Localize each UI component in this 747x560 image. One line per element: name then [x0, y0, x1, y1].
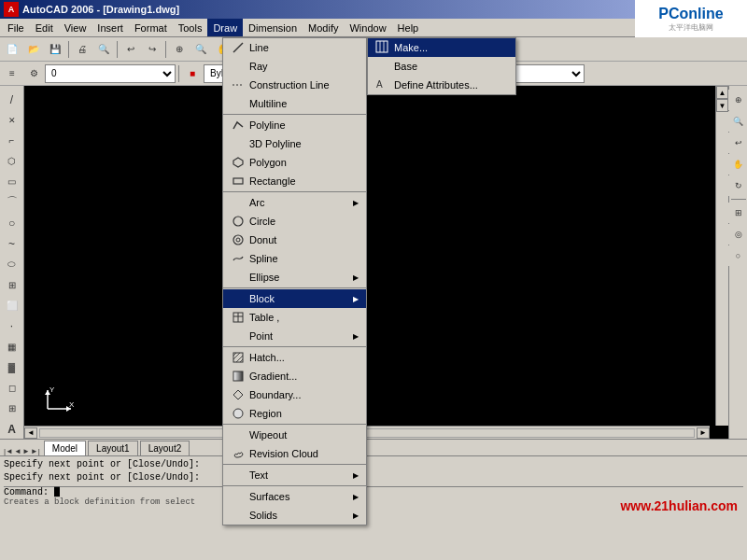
menu-modify[interactable]: Modify — [303, 19, 344, 36]
scroll-up-btn[interactable]: ▲ — [716, 86, 728, 99]
draw-menu-rectangle[interactable]: Rectangle — [223, 172, 366, 190]
orbit-btn[interactable]: ↻ — [728, 175, 748, 196]
save-button[interactable]: 💾 — [45, 39, 65, 60]
spline-tool[interactable]: ~ — [2, 233, 22, 253]
layer-state-btn[interactable]: ⚙ — [23, 63, 44, 84]
draw-menu-donut[interactable]: Donut — [223, 231, 366, 249]
scroll-left-btn[interactable]: ◄ — [24, 427, 37, 439]
scroll-down-btn[interactable]: ▼ — [716, 99, 728, 112]
draw-menu-surfaces[interactable]: Surfaces ▶ — [223, 487, 366, 506]
draw-menu-circle[interactable]: Circle — [223, 212, 366, 231]
draw-menu-solids[interactable]: Solids ▶ — [223, 506, 366, 525]
draw-menu-ellipse[interactable]: Ellipse ▶ — [223, 268, 366, 287]
draw-menu-multiline[interactable]: Multiline — [223, 94, 366, 113]
menu-dimension[interactable]: Dimension — [243, 19, 303, 36]
polyline-tool[interactable]: ⌐ — [2, 131, 22, 150]
draw-menu-polyline[interactable]: Polyline — [223, 116, 366, 134]
draw-menu-boundary[interactable]: Boundary... — [223, 385, 366, 404]
rectangle-tool[interactable]: ▭ — [2, 172, 22, 191]
draw-menu-table[interactable]: Table , — [223, 308, 366, 327]
ellipse-tool[interactable]: ⬭ — [2, 255, 22, 274]
draw-menu-hatch[interactable]: Hatch... — [223, 348, 366, 367]
arc-tool[interactable]: ⌒ — [2, 192, 22, 212]
gradient-icon — [231, 369, 246, 384]
svg-line-19 — [236, 356, 243, 362]
ellipse-arrow-icon: ▶ — [353, 273, 359, 282]
tab-layout1[interactable]: Layout1 — [88, 441, 138, 455]
ray-icon — [231, 59, 246, 74]
table-tool[interactable]: ⊞ — [2, 399, 22, 418]
layer-manager-btn[interactable]: ≡ — [2, 63, 22, 84]
snap-btn[interactable]: ◎ — [728, 224, 748, 245]
tab-last-btn[interactable]: ►| — [31, 447, 40, 455]
tab-bar[interactable]: |◄ ◄ ► ►| Model Layout1 Layout2 — [0, 439, 747, 455]
draw-menu-text[interactable]: Text ▶ — [223, 466, 366, 484]
block-icon — [231, 291, 246, 306]
menu-view[interactable]: View — [59, 19, 92, 36]
make-block-tool[interactable]: ⬜ — [2, 296, 22, 315]
draw-menu-arc[interactable]: Arc ▶ — [223, 193, 366, 212]
ellipse-icon — [231, 270, 246, 285]
horizontal-scrollbar[interactable]: ◄ ► — [24, 426, 710, 439]
draw-menu-ray[interactable]: Ray — [223, 57, 366, 76]
circle-tool[interactable]: ○ — [2, 213, 22, 232]
menu-draw[interactable]: Draw — [207, 19, 243, 36]
block-base-btn[interactable]: Base — [368, 57, 515, 76]
tab-first-btn[interactable]: |◄ — [4, 447, 13, 455]
zoom-realtime-btn[interactable]: ⊕ — [728, 90, 748, 110]
menu-insert[interactable]: Insert — [92, 19, 129, 36]
pan-realtime-btn[interactable]: ✋ — [728, 154, 748, 175]
new-button[interactable]: 📄 — [2, 39, 22, 60]
zoom-previous-btn[interactable]: ↩ — [728, 133, 748, 153]
open-button[interactable]: 📂 — [23, 39, 44, 60]
block-make-btn[interactable]: Make... — [368, 38, 515, 57]
point-tool[interactable]: · — [2, 316, 22, 336]
canvas-area[interactable]: X Y ◄ ► ▲ ▼ — [24, 86, 728, 439]
draw-menu-polygon[interactable]: Polygon — [223, 153, 366, 172]
draw-menu-block[interactable]: Block ▶ — [223, 289, 366, 308]
draw-menu-spline[interactable]: Spline — [223, 249, 366, 268]
zoom-realtime[interactable]: ⊕ — [169, 39, 190, 60]
redo-button[interactable]: ↪ — [142, 39, 162, 60]
block-define-attrs-btn[interactable]: A Define Attributes... — [368, 76, 515, 94]
menu-file[interactable]: File — [2, 19, 30, 36]
gradient-tool[interactable]: ▓ — [2, 357, 22, 377]
tab-model[interactable]: Model — [44, 441, 86, 455]
line-tool[interactable]: / — [2, 90, 22, 109]
insert-block-tool[interactable]: ⊞ — [2, 275, 22, 295]
tab-prev-btn[interactable]: ◄ — [14, 447, 21, 455]
zoom-window-btn[interactable]: 🔍 — [728, 111, 748, 132]
text-tool[interactable]: A — [2, 419, 22, 439]
scroll-right-btn[interactable]: ► — [697, 427, 710, 439]
3dpoly-icon — [231, 136, 246, 151]
draw-menu-3dpolyline[interactable]: 3D Polyline — [223, 134, 366, 153]
tab-next-btn[interactable]: ► — [22, 447, 30, 455]
xline-tool[interactable]: ✕ — [2, 110, 22, 130]
preview-button[interactable]: 🔍 — [93, 39, 114, 60]
draw-menu-construction-line[interactable]: Construction Line — [223, 76, 366, 94]
draw-menu-gradient[interactable]: Gradient... — [223, 367, 366, 385]
print-button[interactable]: 🖨 — [72, 39, 92, 60]
draw-menu-revision-cloud[interactable]: Revision Cloud — [223, 444, 366, 463]
draw-menu-region[interactable]: Region — [223, 404, 366, 423]
zoom-prev[interactable]: 🔍 — [190, 39, 211, 60]
draw-menu-line[interactable]: Line — [223, 38, 366, 57]
polygon-tool[interactable]: ⬡ — [2, 151, 22, 171]
menu-format[interactable]: Format — [129, 19, 173, 36]
circle-btn-right[interactable]: ○ — [728, 245, 748, 266]
draw-menu-wipeout[interactable]: Wipeout — [223, 426, 366, 444]
grid-btn[interactable]: ⊞ — [728, 203, 748, 223]
menu-window[interactable]: Window — [344, 19, 391, 36]
hatch-tool[interactable]: ▦ — [2, 337, 22, 357]
layer-select[interactable]: 0 — [45, 64, 176, 83]
undo-button[interactable]: ↩ — [120, 39, 141, 60]
color-btn[interactable]: ■ — [182, 63, 203, 84]
tab-layout2[interactable]: Layout2 — [140, 441, 190, 455]
draw-menu-point[interactable]: Point ▶ — [223, 327, 366, 345]
region-tool[interactable]: ◻ — [2, 378, 22, 398]
menu-help[interactable]: Help — [392, 19, 425, 36]
scroll-track-x[interactable] — [39, 428, 695, 438]
menu-edit[interactable]: Edit — [30, 19, 59, 36]
vertical-scrollbar[interactable]: ▲ ▼ — [715, 86, 728, 426]
menu-tools[interactable]: Tools — [173, 19, 208, 36]
